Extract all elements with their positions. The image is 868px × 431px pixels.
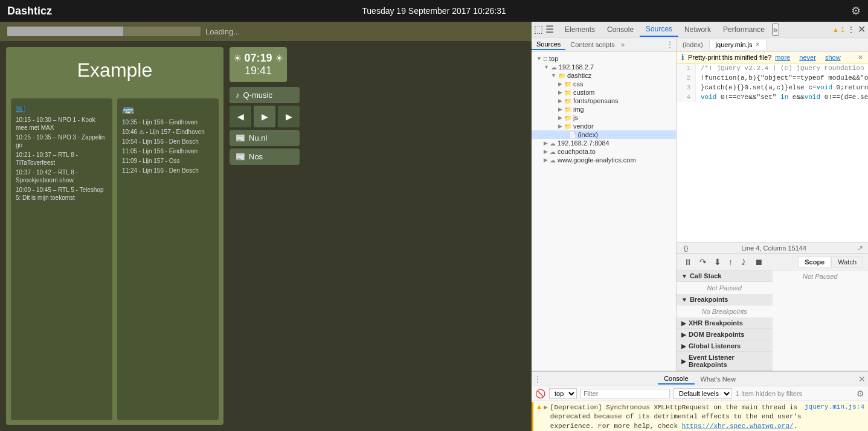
tv-schedule-item: 10:21 - 10:37 – RTL 8 - TlTaToverfeest <box>16 151 108 167</box>
console-menu-icon[interactable]: ⋮ <box>534 375 541 383</box>
tab-network[interactable]: Network <box>678 22 717 37</box>
devtools-body: Sources Content scripts » ⋮ ▼ □ top ▼ <box>532 37 868 371</box>
station-nu-nl[interactable]: 📰 Nu.nl <box>230 130 300 146</box>
pretty-print-never[interactable]: never <box>799 54 816 61</box>
pretty-print-show[interactable]: show <box>825 54 841 61</box>
tree-fonts[interactable]: ▶ 📁 fonts/opensans <box>532 97 676 105</box>
event-listener-breakpoints-header[interactable]: ▶ Event Listener Breakpoints <box>677 352 773 371</box>
pretty-print-close[interactable]: ✕ <box>858 54 863 62</box>
line-code-4: void 0!==c?e&&"set" in e&&void 0!==(d=e.… <box>696 92 868 102</box>
right-panel: ☀ 07:19 ☀ 19:41 ♪ Q-music ◀ ▶ <box>230 47 300 425</box>
message-source[interactable]: jquery.min.js:4 <box>805 403 864 410</box>
tree-css[interactable]: ▶ 📁 css <box>532 80 676 88</box>
console-close-button[interactable]: ✕ <box>858 374 866 384</box>
sources-tab-content-scripts[interactable]: Content scripts <box>565 40 619 49</box>
console-clear-button[interactable]: 🚫 <box>535 389 545 398</box>
console-tab-whats-new[interactable]: What's New <box>695 374 742 384</box>
folder-icon-dashticz: 📁 <box>558 72 565 79</box>
console-gear-icon[interactable]: ⚙ <box>857 389 864 398</box>
tab-sources[interactable]: Sources <box>640 22 678 37</box>
tab-performance[interactable]: Performance <box>717 22 771 37</box>
deactivate-breakpoints-button[interactable]: ⏹ <box>752 256 765 268</box>
go-to-line-button[interactable]: ↗ <box>857 244 863 252</box>
tree-google-analytics[interactable]: ▶ ☁ www.google-analytics.com <box>532 156 676 164</box>
global-listeners-header[interactable]: ▶ Global Listeners <box>677 340 773 352</box>
station-q-music[interactable]: ♪ Q-music <box>230 87 300 103</box>
tree-top[interactable]: ▼ □ top <box>532 54 676 63</box>
tree-label-index: (index) <box>578 131 599 138</box>
code-tab-jquery[interactable]: jquery.min.js ✕ <box>710 40 767 49</box>
sources-left-panel: Sources Content scripts » ⋮ ▼ □ top ▼ <box>532 37 677 371</box>
pause-button[interactable]: ⏸ <box>681 256 695 268</box>
dom-breakpoints-label: DOM Breakpoints <box>689 331 744 338</box>
tree-js[interactable]: ▶ 📁 js <box>532 113 676 122</box>
loading-progress-inner <box>7 27 123 36</box>
bus-icon: 🚌 <box>122 103 214 115</box>
breakpoints-header[interactable]: ▼ Breakpoints <box>677 294 773 305</box>
station-label-2: Nu.nl <box>249 133 267 142</box>
tv-icon: 📺 <box>16 103 25 112</box>
pretty-print-more[interactable]: more <box>775 54 790 61</box>
watch-button[interactable]: Watch <box>831 257 863 267</box>
code-line-1: 1 /*! jQuery v2.2.4 | (c) jQuery Foundat… <box>677 63 868 73</box>
console-context-select[interactable]: top <box>549 388 577 399</box>
pretty-print-bar: ℹ Pretty-print this minified file? more … <box>677 52 868 63</box>
next-button[interactable]: ▶ <box>278 106 300 127</box>
step-button[interactable]: ⤸ <box>738 256 750 268</box>
datetime: Tuesday 19 September 2017 10:26:31 <box>362 6 506 16</box>
scope-button[interactable]: Scope <box>798 257 831 267</box>
tree-index[interactable]: 📄 (index) <box>532 130 676 139</box>
step-into-button[interactable]: ⬇ <box>712 256 724 268</box>
braces-icon[interactable]: {} <box>681 244 690 252</box>
sources-tab-menu[interactable]: ⋮ <box>664 40 676 49</box>
line-code-3: }catch(e){}0.set(a,c)}else c=void 0;retu… <box>696 83 868 92</box>
scope-watch-toggle: Scope Watch <box>798 257 863 267</box>
prev-button[interactable]: ◀ <box>230 106 251 127</box>
gear-icon[interactable]: ⚙ <box>851 4 861 18</box>
message-expand-arrow[interactable]: ▶ <box>544 403 548 411</box>
tab-console[interactable]: Console <box>601 22 640 37</box>
bus-schedule: 🚌 10:35 - Lijn 156 - Eindhoven10:46 ⚠ - … <box>117 98 219 420</box>
tree-arrow-img: ▶ <box>558 106 562 112</box>
folder-icon-img: 📁 <box>564 106 571 113</box>
devtools-menu-icon[interactable]: ⋮ <box>847 25 855 34</box>
sources-tab-more[interactable]: » <box>621 40 625 49</box>
devtools-close-icon[interactable]: ✕ <box>858 24 866 35</box>
tv-schedule-header: 📺 <box>16 103 108 112</box>
tab-elements[interactable]: Elements <box>559 22 601 37</box>
devtools-icons: ▲ 1 ⋮ ✕ <box>832 24 866 35</box>
call-stack-header[interactable]: ▼ Call Stack <box>677 270 773 282</box>
tree-ip2[interactable]: ▶ ☁ 192.168.2.7:8084 <box>532 139 676 147</box>
tree-dashticz[interactable]: ▼ 📁 dashticz <box>532 71 676 80</box>
console-level-select[interactable]: Default levels <box>674 388 732 399</box>
tree-label-ip2: 192.168.2.7:8084 <box>558 139 609 147</box>
tree-custom[interactable]: ▶ 📁 custom <box>532 88 676 97</box>
code-line-2: 2 !function(a,b){"object"==typeof module… <box>677 73 868 83</box>
station-nos[interactable]: 📰 Nos <box>230 148 300 165</box>
step-over-button[interactable]: ↷ <box>697 256 709 268</box>
console-messages: ▲ ▶ [Deprecation] Synchronous XMLHttpReq… <box>532 401 868 431</box>
step-out-button[interactable]: ↑ <box>726 256 735 268</box>
sources-tab-sources[interactable]: Sources <box>532 39 565 50</box>
tree-vendor[interactable]: ▶ 📁 vendor <box>532 122 676 130</box>
console-filter-input[interactable] <box>580 389 670 398</box>
inspect-icon[interactable]: ⬚ <box>534 24 543 35</box>
tree-couchpota[interactable]: ▶ ☁ couchpota.to <box>532 147 676 156</box>
code-tab-index[interactable]: (index) <box>677 40 710 49</box>
device-icon[interactable]: ☰ <box>545 24 554 35</box>
tree-label-top: top <box>549 55 558 62</box>
dom-breakpoints-header[interactable]: ▶ DOM Breakpoints <box>677 329 773 340</box>
code-tab-jquery-close[interactable]: ✕ <box>755 41 760 48</box>
tree-ip1[interactable]: ▼ ☁ 192.168.2.7 <box>532 63 676 71</box>
tree-img[interactable]: ▶ 📁 img <box>532 105 676 113</box>
console-tabs: ⋮ Console What's New ✕ <box>532 372 868 386</box>
xhr-spec-link[interactable]: https://xhr.spec.whatwg.org/ <box>682 423 794 430</box>
station-label-3: Nos <box>249 152 263 161</box>
tab-more-button[interactable]: » <box>772 24 779 36</box>
console-message-1: ▲ ▶ [Deprecation] Synchronous XMLHttpReq… <box>532 402 868 431</box>
xhr-breakpoints-header[interactable]: ▶ XHR Breakpoints <box>677 318 773 329</box>
play-button[interactable]: ▶ <box>254 106 275 127</box>
console-tab-console[interactable]: Console <box>658 374 694 385</box>
tree-arrow-css: ▶ <box>558 81 562 87</box>
breakpoints-label: Breakpoints <box>690 296 728 303</box>
